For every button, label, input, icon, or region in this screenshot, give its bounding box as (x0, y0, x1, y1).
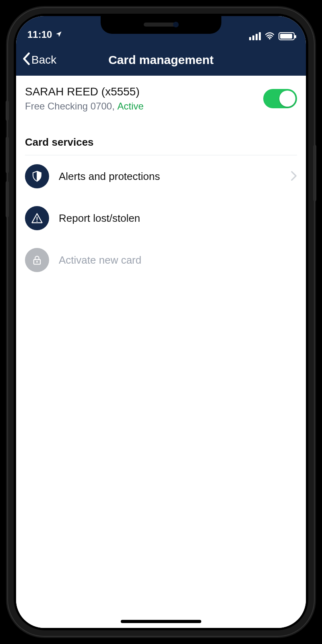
section-title: Card services (25, 136, 297, 155)
card-subline: Free Checking 0700, Active (25, 101, 144, 112)
row-alerts-and-protections[interactable]: Alerts and protections (25, 155, 297, 197)
card-holder-line: SARAH REED (x5555) (25, 85, 144, 98)
card-active-toggle[interactable] (263, 89, 297, 108)
card-header: SARAH REED (x5555) Free Checking 0700, A… (25, 85, 297, 120)
content-area: SARAH REED (x5555) Free Checking 0700, A… (16, 76, 306, 628)
page-title: Card management (108, 53, 214, 67)
status-right (249, 32, 295, 40)
front-camera (173, 22, 179, 27)
row-label: Alerts and protections (59, 170, 281, 183)
battery-icon (279, 32, 295, 40)
screen: 11:10 (16, 16, 306, 628)
chevron-left-icon (22, 52, 31, 68)
location-arrow-icon (55, 29, 62, 40)
notch (101, 16, 221, 34)
shield-icon (25, 164, 49, 188)
alert-triangle-icon (25, 206, 49, 230)
card-info: SARAH REED (x5555) Free Checking 0700, A… (25, 85, 144, 112)
chevron-right-icon (291, 169, 297, 184)
row-label: Activate new card (59, 254, 297, 266)
nav-bar: Back Card management (16, 44, 306, 76)
card-status-label: Active (117, 101, 143, 111)
power-button[interactable] (313, 145, 316, 201)
lock-icon (25, 248, 49, 272)
row-label: Report lost/stolen (59, 212, 297, 225)
cellular-signal-icon (249, 32, 261, 40)
silence-switch[interactable] (6, 101, 9, 121)
volume-up-button[interactable] (6, 137, 9, 173)
row-activate-new-card: Activate new card (25, 239, 297, 281)
status-left: 11:10 (27, 29, 62, 40)
svg-point-1 (37, 221, 38, 222)
home-indicator[interactable] (121, 620, 201, 623)
phone-bezel: 11:10 (14, 14, 308, 630)
status-time: 11:10 (27, 29, 52, 40)
card-account-label: Free Checking 0700, (25, 101, 115, 111)
back-button[interactable]: Back (22, 44, 56, 76)
wifi-icon (265, 32, 275, 40)
toggle-knob (279, 91, 295, 107)
row-report-lost-stolen[interactable]: Report lost/stolen (25, 197, 297, 239)
phone-frame: 11:10 (8, 8, 314, 636)
back-label: Back (31, 54, 56, 66)
volume-down-button[interactable] (6, 181, 9, 217)
